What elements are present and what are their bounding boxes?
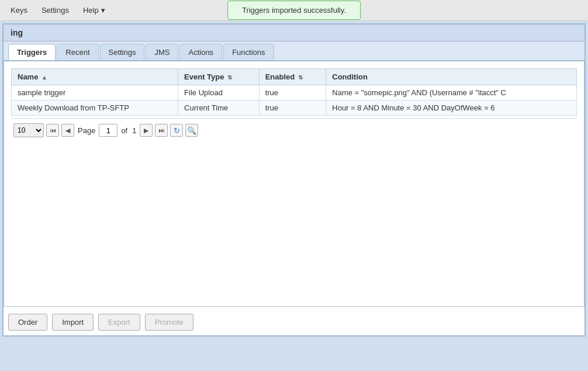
menu-bar: Keys Settings Help ▾ [5,2,111,18]
table-row[interactable]: sample triggerFile UploadtrueName = "som… [12,85,577,100]
success-notification: Triggers imported successfully. [227,1,361,20]
tab-jms[interactable]: JMS [146,44,178,60]
sort-icon-enabled: ⇅ [298,74,303,81]
tab-strip: Triggers Recent Settings JMS Actions Fun… [4,41,584,61]
col-header-event-type[interactable]: Event Type ⇅ [178,69,260,85]
tab-triggers[interactable]: Triggers [8,44,56,60]
page-size-select[interactable]: 10 25 50 100 [13,123,44,137]
main-content: Name ▲ Event Type ⇅ Enabled ⇅ Condition [4,61,584,307]
main-panel: ing Triggers Recent Settings JMS Actions… [2,23,586,337]
sort-icon-event-type: ⇅ [227,74,232,81]
import-button[interactable]: Import [52,314,94,331]
export-button[interactable]: Export [98,314,140,331]
page-number-input[interactable] [99,124,117,137]
table-row[interactable]: Weekly Download from TP-SFTPCurrent Time… [12,100,577,116]
chevron-down-icon: ▾ [101,6,105,15]
of-label: of [121,126,127,135]
last-page-button[interactable]: ⏭ [155,124,168,137]
col-header-condition[interactable]: Condition [326,69,577,85]
refresh-button[interactable]: ↻ [170,124,183,137]
pagination-bar: 10 25 50 100 ⏮ ◀ Page of 1 ▶ ⏭ ↻ 🔍 [11,118,577,142]
tab-actions[interactable]: Actions [179,44,222,60]
search-button[interactable]: 🔍 [185,124,198,137]
menu-settings[interactable]: Settings [36,2,75,18]
order-button[interactable]: Order [8,314,47,331]
page-header: ing [4,25,584,41]
menu-keys[interactable]: Keys [5,2,33,18]
next-page-button[interactable]: ▶ [140,124,153,137]
prev-page-button[interactable]: ◀ [61,124,74,137]
menu-help[interactable]: Help ▾ [77,2,111,18]
top-bar: Keys Settings Help ▾ Triggers imported s… [0,0,588,21]
action-bar: Order Import Export Promote [4,307,584,335]
tab-recent[interactable]: Recent [57,44,98,60]
tab-settings[interactable]: Settings [100,44,145,60]
tab-functions[interactable]: Functions [223,44,274,60]
sort-icon-name: ▲ [41,74,47,81]
triggers-table: Name ▲ Event Type ⇅ Enabled ⇅ Condition [11,68,577,116]
first-page-button[interactable]: ⏮ [46,124,59,137]
col-header-enabled[interactable]: Enabled ⇅ [259,69,326,85]
total-pages: 1 [132,126,136,135]
col-header-name[interactable]: Name ▲ [12,69,178,85]
page-label: Page [78,126,95,135]
promote-button[interactable]: Promote [145,314,193,331]
